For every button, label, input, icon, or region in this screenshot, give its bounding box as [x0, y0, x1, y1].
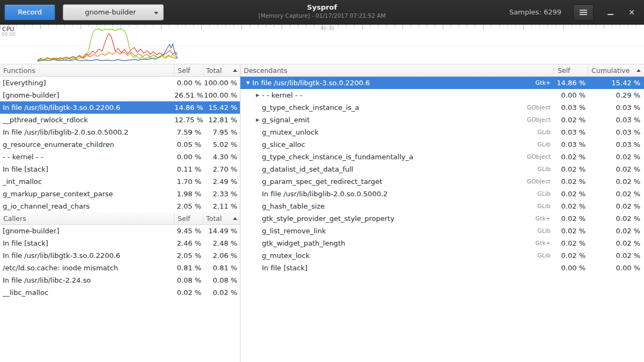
table-row[interactable]: In file /usr/lib/libgtk-3.so.0.2200.62.0…	[0, 249, 240, 262]
close-button[interactable]: ✕	[625, 4, 639, 20]
callers-total-column-label: Total	[206, 215, 222, 223]
table-row[interactable]: - - kernel - -0.00 %4.30 %	[0, 151, 240, 163]
table-row[interactable]: g_type_check_instance_is_fundamentally_a…	[240, 151, 644, 163]
sort-ascending-icon	[636, 69, 641, 72]
table-row[interactable]: g_markup_parse_context_parse1.98 %2.33 %	[0, 188, 240, 200]
library-badge: GObject	[527, 116, 554, 123]
callers-self-column-header[interactable]: Self	[174, 212, 203, 224]
table-row[interactable]: _int_malloc1.70 %2.49 %	[0, 175, 240, 188]
table-row[interactable]: gtk_widget_path_lengthGtk+0.02 %0.02 %	[240, 237, 644, 249]
tree-indent	[244, 157, 253, 157]
function-name: __pthread_rwlock_rdlock	[0, 116, 174, 124]
cumulative-percent: 0.02 %	[588, 190, 644, 198]
self-percent: 0.03 %	[554, 104, 588, 112]
descendants-self-column-header[interactable]: Self	[554, 64, 588, 76]
table-row[interactable]: ▼In file /usr/lib/libgtk-3.so.0.2200.6Gt…	[240, 77, 644, 89]
menu-button[interactable]	[573, 4, 594, 20]
table-row[interactable]: g_io_channel_read_chars2.05 %2.11 %	[0, 200, 240, 212]
self-percent: 0.00 %	[554, 264, 588, 272]
function-name: In file /usr/lib/libgtk-3.so.0.2200.6	[0, 252, 174, 260]
table-row[interactable]: g_param_spec_get_redirect_targetGObject0…	[240, 175, 644, 188]
functions-total-column-label: Total	[206, 67, 222, 75]
minimize-button[interactable]	[603, 4, 617, 20]
table-row[interactable]: __pthread_rwlock_rdlock12.75 %12.81 %	[0, 114, 240, 126]
function-name: g_slice_alloc	[262, 141, 305, 149]
cumulative-percent: 0.02 %	[588, 202, 644, 210]
function-name: _int_malloc	[0, 178, 174, 186]
table-row[interactable]: [Everything]0.00 %100.00 %	[0, 77, 240, 89]
library-badge: GLib	[537, 141, 554, 148]
descendants-header: Descendants Self Cumulative	[240, 64, 644, 77]
tree-indent	[244, 107, 253, 108]
tree-indent	[244, 268, 253, 268]
main-content: Functions Self Total [Everything]0.00 %1…	[0, 64, 644, 362]
table-row[interactable]: g_datalist_id_set_data_fullGLib0.02 %0.0…	[240, 163, 644, 175]
library-badge: GObject	[527, 104, 554, 111]
table-row[interactable]: ▶- - kernel - -0.00 %0.29 %	[240, 89, 644, 101]
expander-open-icon[interactable]: ▼	[244, 81, 252, 85]
total-percent: 0.81 %	[203, 264, 240, 272]
table-row[interactable]: g_list_remove_linkGLib0.02 %0.02 %	[240, 225, 644, 237]
process-selector[interactable]: gnome-builder	[63, 4, 164, 20]
function-name-cell: In file /usr/lib/libglib-2.0.so.0.5000.2…	[240, 190, 554, 198]
table-row[interactable]: In file [stack]2.46 %2.48 %	[0, 237, 240, 249]
cumulative-percent: 0.03 %	[588, 141, 644, 149]
library-badge: GLib	[537, 129, 554, 136]
tree-indent	[244, 231, 253, 231]
table-row[interactable]: [gnome-builder]26.51 %100.00 %	[0, 89, 240, 101]
library-badge: GLib	[537, 252, 554, 259]
table-row[interactable]: In file [stack]0.11 %2.70 %	[0, 163, 240, 175]
function-name: g_param_spec_get_redirect_target	[262, 178, 382, 186]
functions-total-column-header[interactable]: Total	[203, 64, 240, 76]
function-name: g_list_remove_link	[262, 227, 326, 235]
sysprof-window: Record gnome-builder Sysprof [Memory Cap…	[0, 0, 644, 362]
table-row[interactable]: g_resource_enumerate_children0.05 %5.02 …	[0, 138, 240, 151]
table-row[interactable]: gtk_style_provider_get_style_propertyGtk…	[240, 212, 644, 225]
function-name-cell: g_list_remove_linkGLib	[240, 227, 554, 235]
expander-closed-icon[interactable]: ▶	[253, 93, 262, 98]
function-name-cell: ▶- - kernel - -	[240, 91, 554, 99]
hamburger-icon	[580, 12, 587, 13]
self-percent: 0.02 %	[554, 202, 588, 210]
cpu-usage-lines	[0, 25, 644, 64]
table-row[interactable]: g_type_check_instance_is_aGObject0.03 %0…	[240, 101, 644, 114]
cpu-timeline[interactable]: CPU 00:00 00:30	[0, 25, 644, 64]
descendants-column-header[interactable]: Descendants	[240, 64, 554, 76]
function-name-cell: g_mutex_unlockGLib	[240, 128, 554, 136]
table-row[interactable]: g_mutex_lockGLib0.02 %0.02 %	[240, 249, 644, 262]
function-name: In file /usr/lib/libc-2.24.so	[0, 276, 174, 284]
self-percent: 0.03 %	[554, 128, 588, 136]
table-row[interactable]: [gnome-builder]9.45 %14.49 %	[0, 225, 240, 237]
functions-column-header[interactable]: Functions	[0, 64, 174, 76]
table-row[interactable]: g_hash_table_sizeGLib0.02 %0.02 %	[240, 200, 644, 212]
self-percent: 12.75 %	[174, 116, 203, 124]
table-row[interactable]: In file /usr/lib/libglib-2.0.so.0.5000.2…	[240, 188, 644, 200]
callers-column-header[interactable]: Callers	[0, 212, 174, 224]
functions-self-column-header[interactable]: Self	[174, 64, 203, 76]
table-row[interactable]: In file [stack]0.00 %0.00 %	[240, 262, 644, 274]
table-row[interactable]: ▶g_signal_emitGObject0.02 %0.03 %	[240, 114, 644, 126]
tree-indent	[244, 120, 253, 120]
table-row[interactable]: In file /usr/lib/libgtk-3.so.0.2200.614.…	[0, 101, 240, 114]
record-button[interactable]: Record	[4, 4, 55, 20]
function-name: [gnome-builder]	[0, 91, 174, 99]
function-name: [Everything]	[0, 79, 174, 87]
cumulative-percent: 15.42 %	[588, 79, 644, 87]
descendants-cumulative-column-header[interactable]: Cumulative	[588, 64, 644, 76]
expander-closed-icon[interactable]: ▶	[253, 118, 262, 122]
function-name: /etc/ld.so.cache: inode mismatch	[0, 264, 174, 272]
function-name: __libc_malloc	[0, 289, 174, 297]
function-name-cell: ▶g_signal_emitGObject	[240, 116, 554, 124]
table-row[interactable]: In file /usr/lib/libglib-2.0.so.0.5000.2…	[0, 126, 240, 138]
table-row[interactable]: g_slice_allocGLib0.03 %0.03 %	[240, 138, 644, 151]
callers-table: [gnome-builder]9.45 %14.49 %In file [sta…	[0, 225, 240, 299]
callers-total-column-header[interactable]: Total	[203, 212, 240, 224]
table-row[interactable]: g_mutex_unlockGLib0.03 %0.03 %	[240, 126, 644, 138]
cumulative-percent: 0.03 %	[588, 116, 644, 124]
self-percent: 0.02 %	[554, 116, 588, 124]
function-name-cell: In file [stack]	[240, 264, 554, 272]
table-row[interactable]: /etc/ld.so.cache: inode mismatch0.81 %0.…	[0, 262, 240, 274]
table-row[interactable]: __libc_malloc0.02 %0.02 %	[0, 286, 240, 299]
total-percent: 12.81 %	[203, 116, 240, 124]
table-row[interactable]: In file /usr/lib/libc-2.24.so0.08 %0.08 …	[0, 274, 240, 286]
